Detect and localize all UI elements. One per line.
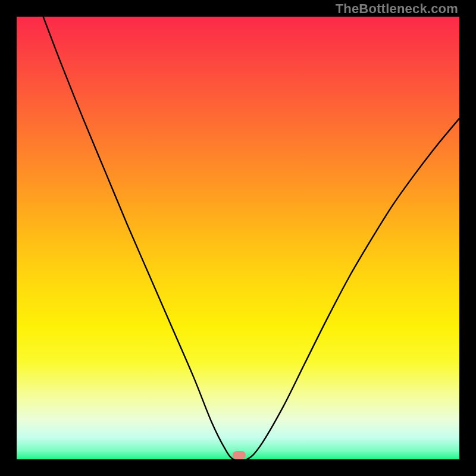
watermark-text: TheBottleneck.com <box>336 1 458 17</box>
minimum-marker <box>233 451 246 459</box>
chart-container <box>17 17 459 459</box>
bottleneck-curve <box>17 17 459 459</box>
